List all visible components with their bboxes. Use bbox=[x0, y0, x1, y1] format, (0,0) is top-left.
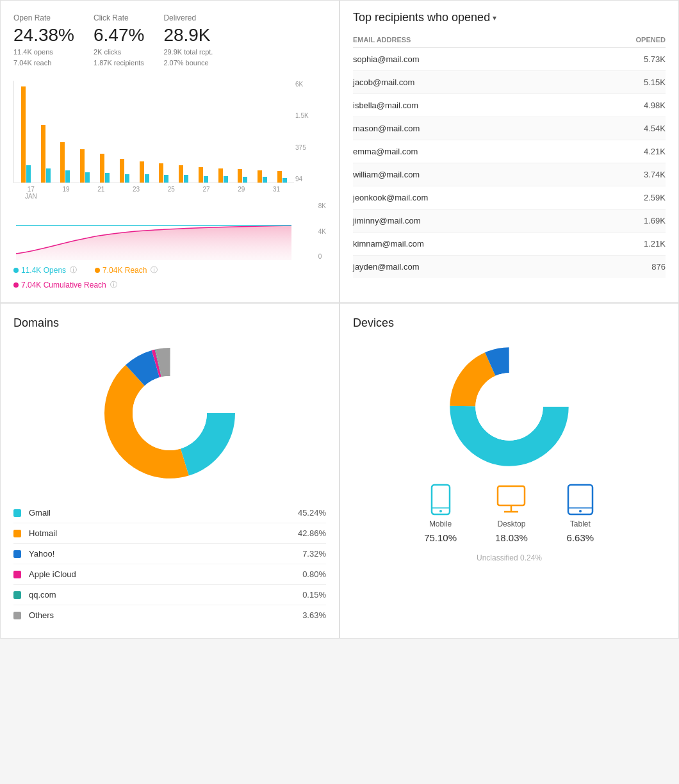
donut-hole bbox=[133, 376, 207, 450]
y-label-94: 94 bbox=[295, 176, 309, 183]
bar-orange bbox=[199, 167, 203, 183]
bar-group bbox=[17, 86, 35, 183]
bar-teal bbox=[184, 175, 188, 183]
click-rate-value: 6.47% bbox=[94, 25, 144, 45]
domain-name: Others bbox=[29, 610, 302, 620]
domain-name: Gmail bbox=[29, 508, 298, 518]
domain-pct: 0.80% bbox=[302, 569, 326, 579]
list-item: Yahoo! 7.32% bbox=[13, 544, 326, 564]
opened-cell: 1.21K bbox=[577, 233, 666, 256]
bar-orange bbox=[41, 125, 45, 183]
domains-title: Domains bbox=[13, 316, 326, 330]
list-item: Apple iCloud 0.80% bbox=[13, 564, 326, 585]
opens-info-icon: ⓘ bbox=[70, 265, 77, 275]
domain-color-swatch bbox=[13, 571, 21, 578]
line-y-4k: 4K bbox=[318, 228, 326, 235]
opened-cell: 5.73K bbox=[577, 48, 666, 71]
bar-group bbox=[234, 169, 252, 183]
devices-donut-hole bbox=[475, 373, 543, 440]
chart-legend: 11.4K Opens ⓘ 7.04K Reach ⓘ 7.04K Cumula… bbox=[13, 265, 326, 290]
y-label-15k: 1.5K bbox=[295, 112, 309, 119]
bar-group bbox=[115, 159, 134, 183]
bar-teal bbox=[105, 173, 110, 183]
domain-name: qq.com bbox=[29, 590, 302, 600]
domain-pct: 3.63% bbox=[302, 610, 326, 620]
table-row: mason@mail.com4.54K bbox=[353, 117, 666, 140]
bar-orange bbox=[100, 154, 104, 183]
col-opened-header: OPENED bbox=[577, 32, 666, 48]
domain-pct: 45.24% bbox=[298, 508, 326, 518]
domain-pct: 42.86% bbox=[298, 528, 326, 538]
list-item: Gmail 45.24% bbox=[13, 503, 326, 523]
bar-orange bbox=[179, 165, 183, 183]
opened-cell: 4.98K bbox=[577, 94, 666, 117]
domain-color-swatch bbox=[13, 509, 21, 517]
bar-teal bbox=[243, 177, 247, 183]
domains-legend: Gmail 45.24% Hotmail 42.86% Yahoo! 7.32%… bbox=[13, 503, 326, 625]
email-cell: jiminny@mail.com bbox=[353, 209, 577, 233]
tablet-label: Tablet bbox=[570, 519, 591, 528]
reach-label: 7.04K Reach bbox=[102, 266, 147, 275]
bar-teal bbox=[85, 172, 90, 183]
table-row: jiminny@mail.com1.69K bbox=[353, 209, 666, 233]
opened-cell: 5.15K bbox=[577, 71, 666, 94]
bar-group bbox=[273, 171, 291, 183]
cumulative-reach-info-icon: ⓘ bbox=[110, 280, 117, 290]
table-row: jacob@mail.com5.15K bbox=[353, 71, 666, 94]
x-axis-label: 27 bbox=[189, 186, 224, 200]
y-label-6k: 6K bbox=[295, 81, 309, 88]
legend-cumulative-reach: 7.04K Cumulative Reach ⓘ bbox=[13, 280, 326, 290]
devices-title: Devices bbox=[353, 316, 666, 330]
bar-group bbox=[194, 167, 213, 183]
domain-name: Yahoo! bbox=[29, 549, 302, 559]
email-cell: kimnam@mail.com bbox=[353, 233, 577, 256]
desktop-label: Desktop bbox=[497, 519, 525, 528]
bar-orange bbox=[258, 170, 262, 183]
table-row: emma@mail.com4.21K bbox=[353, 140, 666, 163]
email-cell: sophia@mail.com bbox=[353, 48, 577, 71]
desktop-device-item: Desktop 18.03% bbox=[495, 484, 528, 543]
mobile-device-item: Mobile 75.10% bbox=[424, 484, 457, 543]
table-row: kimnam@mail.com1.21K bbox=[353, 233, 666, 256]
bar-teal bbox=[125, 174, 129, 183]
bar-group bbox=[174, 165, 193, 183]
legend-opens: 11.4K Opens ⓘ bbox=[13, 265, 77, 275]
bar-teal bbox=[65, 170, 70, 183]
dropdown-arrow-icon[interactable]: ▾ bbox=[493, 13, 496, 22]
opens-dot bbox=[13, 268, 19, 273]
table-row: sophia@mail.com5.73K bbox=[353, 48, 666, 71]
domain-name: Hotmail bbox=[29, 528, 298, 538]
bar-orange bbox=[120, 159, 124, 183]
bar-orange bbox=[140, 161, 144, 183]
bar-orange bbox=[80, 149, 85, 183]
mobile-label: Mobile bbox=[429, 519, 452, 528]
open-rate-sub: 11.4K opens 7.04K reach bbox=[13, 47, 74, 68]
list-item: Hotmail 42.86% bbox=[13, 523, 326, 544]
bar-group bbox=[95, 154, 114, 183]
svg-point-1 bbox=[439, 510, 442, 512]
domain-pct: 0.15% bbox=[302, 590, 326, 600]
reach-dot bbox=[95, 268, 100, 273]
bar-teal bbox=[46, 168, 51, 183]
mobile-icon bbox=[429, 484, 452, 516]
devices-panel: Devices Mobile 75.10% bbox=[340, 303, 679, 639]
email-cell: isbella@mail.com bbox=[353, 94, 577, 117]
top-recipients-panel: Top recipients who opened ▾ EMAIL ADDRES… bbox=[340, 0, 679, 303]
bar-group bbox=[253, 170, 272, 183]
svg-point-7 bbox=[579, 510, 582, 512]
opened-cell: 4.54K bbox=[577, 117, 666, 140]
domains-donut-chart bbox=[99, 343, 240, 484]
open-rate-label: Open Rate bbox=[13, 13, 74, 22]
table-row: isbella@mail.com4.98K bbox=[353, 94, 666, 117]
bar-group bbox=[76, 149, 94, 183]
bar-group bbox=[37, 125, 55, 183]
tablet-pct: 6.63% bbox=[567, 532, 594, 543]
svg-rect-3 bbox=[498, 486, 525, 505]
devices-icons-row: Mobile 75.10% Desktop 18.03% bbox=[353, 484, 666, 543]
domains-donut-container bbox=[13, 343, 326, 484]
bar-orange bbox=[21, 86, 26, 183]
x-axis-label: 31 bbox=[259, 186, 294, 200]
delivered-metric: Delivered 28.9K 29.9K total rcpt. 2.07% … bbox=[163, 13, 213, 68]
line-y-8k: 8K bbox=[318, 202, 326, 209]
top-recipients-title: Top recipients who opened ▾ bbox=[353, 11, 666, 24]
